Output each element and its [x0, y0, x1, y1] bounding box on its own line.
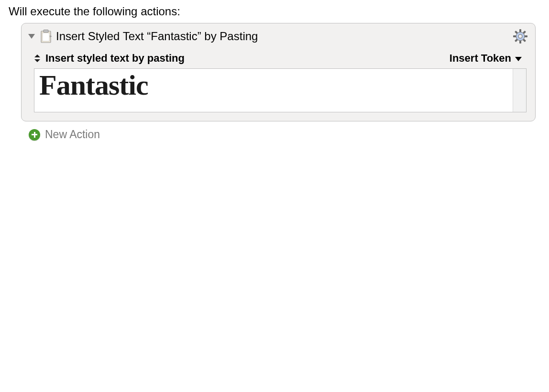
- stepper-icon[interactable]: [34, 54, 41, 63]
- svg-rect-2: [43, 33, 49, 41]
- styled-text-value[interactable]: Fantastic: [34, 69, 513, 112]
- svg-point-4: [518, 34, 522, 38]
- action-titlebar: Insert Styled Text “Fantastic” by Pastin…: [22, 23, 535, 47]
- new-action-button[interactable]: New Action: [0, 121, 549, 141]
- insert-token-label: Insert Token: [450, 52, 511, 65]
- gear-button[interactable]: [512, 28, 528, 44]
- styled-text-field[interactable]: Fantastic: [34, 68, 527, 112]
- action-subtitle-row: Insert styled text by pasting Insert Tok…: [22, 47, 535, 68]
- chevron-down-icon: [515, 57, 522, 61]
- new-action-label: New Action: [45, 128, 100, 141]
- svg-rect-1: [44, 30, 48, 33]
- action-card[interactable]: Insert Styled Text “Fantastic” by Pastin…: [21, 23, 536, 121]
- svg-rect-7: [525, 35, 527, 37]
- insert-token-button[interactable]: Insert Token: [450, 52, 522, 65]
- section-header: Will execute the following actions:: [0, 0, 549, 23]
- svg-rect-6: [519, 41, 521, 44]
- svg-rect-5: [519, 29, 521, 32]
- action-subtitle: Insert styled text by pasting: [45, 52, 450, 65]
- svg-rect-8: [513, 35, 516, 37]
- action-title: Insert Styled Text “Fantastic” by Pastin…: [56, 30, 508, 43]
- gear-icon: [513, 29, 528, 44]
- text-input-container: Fantastic: [22, 68, 535, 121]
- scrollbar[interactable]: [513, 69, 526, 112]
- plus-circle-icon: [29, 129, 40, 141]
- disclosure-triangle-icon[interactable]: [28, 34, 35, 39]
- clipboard-icon: [40, 30, 52, 43]
